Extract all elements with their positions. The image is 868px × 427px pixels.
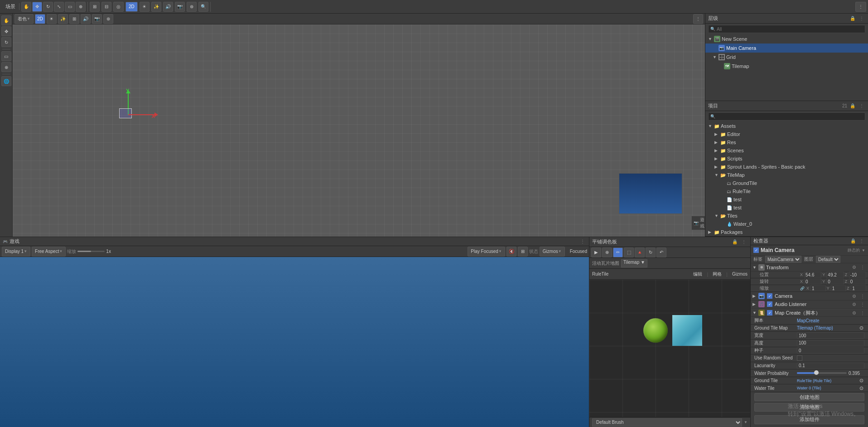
project-editor[interactable]: ▶ 📁 Editor (705, 130, 868, 138)
hierarchy-new-scene[interactable]: ▼ 🎬 New Scene (705, 34, 868, 44)
camera-preview[interactable] (619, 173, 682, 214)
ground-tile-map-value[interactable]: Tilemap (Tilemap) (797, 325, 856, 330)
move-tool-btn[interactable]: ✥ (32, 2, 42, 12)
transform-more[interactable]: ⋮ (859, 264, 866, 271)
tile-fill-tool[interactable]: ↶ (656, 247, 666, 257)
audio-settings[interactable]: ⚙ (850, 301, 858, 308)
height-value[interactable]: 100 (797, 340, 864, 346)
audio-active-checkbox[interactable]: ✓ (767, 301, 772, 307)
project-more[interactable]: ⋮ (858, 102, 865, 110)
project-tiles-folder[interactable]: ▼ 📂 Tiles (705, 212, 868, 220)
game-aspect-dropdown[interactable]: Free Aspect ▼ (32, 247, 66, 257)
tag-select[interactable]: MainCamera (765, 256, 801, 263)
project-test2[interactable]: 📄 test (705, 204, 868, 212)
move-tool[interactable]: ✥ (1, 26, 11, 36)
snap-btn[interactable]: ⊟ (101, 2, 111, 12)
tile-paint-tool[interactable]: ✏ (613, 247, 623, 257)
game-stat-btn[interactable]: ⊞ (518, 247, 528, 257)
hierarchy-lock[interactable]: 🔒 (849, 15, 856, 22)
grid-btn[interactable]: ⊞ (90, 2, 100, 12)
rot-x-val[interactable]: 0 (804, 278, 821, 285)
tile-palette-lock[interactable]: 🔒 (731, 238, 738, 246)
fx-btn[interactable]: ✨ (151, 2, 161, 12)
lighting-btn[interactable]: ☀ (140, 2, 149, 12)
object-active-checkbox[interactable]: ✓ (753, 247, 759, 253)
tile-select-tool[interactable]: ▶ (591, 247, 601, 257)
water-tile-pick[interactable]: ⊙ (858, 385, 864, 391)
audio-btn[interactable]: 🔊 (163, 2, 173, 12)
tile-palette-more[interactable]: ⋮ (740, 238, 747, 246)
transform-tool-btn[interactable]: ⊕ (76, 2, 86, 12)
edit-label[interactable]: 编辑 (693, 271, 702, 277)
brush-select[interactable]: Default Brush (592, 418, 742, 427)
ground-tile-pick[interactable]: ⊙ (858, 378, 864, 384)
project-sprout[interactable]: ▶ 📁 Sprout Lands - Sprites - Basic pack (705, 163, 868, 171)
pos-x-val[interactable]: 54.6 (804, 272, 821, 278)
water-tile-value[interactable]: Water 0 (Tile) (797, 386, 856, 390)
water-probability-slider[interactable] (797, 372, 847, 374)
inspector-more[interactable]: ⋮ (858, 238, 865, 245)
hierarchy-more[interactable]: ⋮ (858, 15, 865, 22)
hierarchy-search-input[interactable] (717, 27, 863, 32)
water-tile-item[interactable] (672, 315, 703, 346)
hierarchy-grid[interactable]: ▼ Grid (705, 53, 868, 62)
gizmos-label[interactable]: Gizmos (732, 272, 747, 277)
tile-erase-tool[interactable]: ↻ (646, 247, 656, 257)
camera-btn[interactable]: 📷 (175, 2, 185, 12)
gizmos-btn[interactable]: ⊛ (187, 2, 197, 12)
search-btn[interactable]: 🔍 (198, 2, 208, 12)
hierarchy-tilemap[interactable]: 🗺 Tilemap (705, 62, 868, 71)
tile-pick-tool[interactable]: 🔺 (635, 247, 645, 257)
audio-more[interactable]: ⋮ (859, 301, 866, 308)
game-more-btn[interactable]: ⋮ (579, 238, 586, 245)
project-packages[interactable]: ▶ 📁 Packages (705, 228, 868, 236)
project-test1[interactable]: 📄 test (705, 195, 868, 204)
scale-y-val[interactable]: 1 (831, 285, 846, 291)
project-search-input[interactable] (717, 114, 863, 119)
project-lock[interactable]: 🔒 (849, 102, 856, 110)
inspector-lock-icon[interactable]: 🔒 (850, 238, 856, 244)
ground-tile-value[interactable]: RuleTile (Rule Tile) (797, 378, 856, 383)
global-tool[interactable]: 🌐 (1, 76, 11, 86)
project-water0[interactable]: 💧 Water_0 (705, 220, 868, 228)
rot-y-val[interactable]: 0 (826, 278, 844, 285)
add-component-btn[interactable]: 添加组件 (754, 415, 864, 424)
project-scripts[interactable]: ▶ 📁 Scripts (705, 155, 868, 163)
play-focused-dropdown[interactable]: Play Focused ▼ (468, 247, 505, 257)
game-tab-label[interactable]: 遊戏 (10, 238, 19, 245)
use-random-seed-checkbox[interactable] (797, 355, 802, 361)
grass-tile-item[interactable] (640, 315, 671, 346)
rect-tool[interactable]: ▭ (1, 51, 11, 61)
rect-tool-btn[interactable]: ▭ (65, 2, 75, 12)
project-groundtile[interactable]: 🗂 GroundTile (705, 179, 868, 187)
scene-fx-btn[interactable]: ✨ (58, 14, 68, 24)
camera-settings[interactable]: ⚙ (850, 292, 858, 300)
rot-z-val[interactable]: 0 (849, 278, 866, 285)
tile-grid-area[interactable] (589, 280, 750, 417)
tile-box-tool[interactable]: ⬚ (624, 247, 634, 257)
project-tilemap-folder[interactable]: ▼ 📂 TileMap (705, 171, 868, 179)
scene-2d-btn[interactable]: 2D (35, 14, 45, 24)
scene-grid-btn[interactable]: ⊞ (69, 14, 79, 24)
scene-light-btn[interactable]: ☀ (47, 14, 57, 24)
camera-active-checkbox[interactable]: ✓ (767, 293, 772, 299)
layer-select[interactable]: Default (816, 256, 840, 263)
clear-map-btn[interactable]: 清除地图 (754, 403, 864, 411)
hand-tool[interactable]: ✋ (1, 15, 11, 25)
project-res[interactable]: ▶ 📁 Res (705, 138, 868, 146)
map-create-more[interactable]: ⋮ (859, 309, 866, 316)
project-assets[interactable]: ▼ 📁 Assets (705, 122, 868, 130)
lacunarity-value[interactable]: 0.1 (797, 363, 864, 369)
game-scale-slider[interactable] (77, 251, 105, 252)
transform-settings[interactable]: ⚙ (850, 264, 858, 271)
scene-more-btn[interactable]: ⋮ (693, 14, 703, 24)
grid-label[interactable]: 网格 (713, 271, 722, 277)
map-create-settings[interactable]: ⚙ (850, 309, 858, 316)
tile-move-tool[interactable]: ⊕ (602, 247, 612, 257)
camera-more[interactable]: ⋮ (859, 292, 866, 300)
pos-z-val[interactable]: -10 (849, 272, 866, 278)
tilemap-select[interactable]: Tilemap ▼ (621, 259, 647, 267)
transform-tool2[interactable]: ⊕ (1, 62, 11, 72)
seed-value[interactable]: 0 (797, 347, 864, 354)
rotate-tool-btn[interactable]: ↻ (43, 2, 53, 12)
